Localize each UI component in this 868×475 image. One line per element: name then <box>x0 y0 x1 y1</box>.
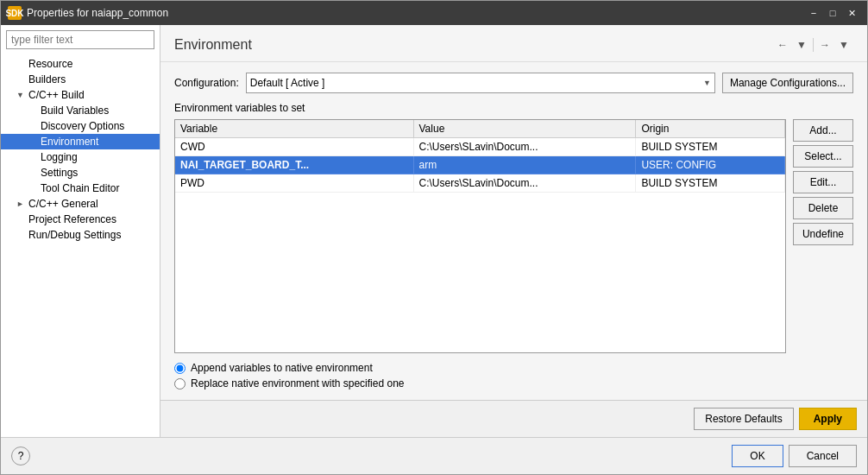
window-controls: − □ ✕ <box>805 5 860 21</box>
cell-variable: NAI_TARGET_BOARD_T... <box>175 156 413 174</box>
sidebar-item-label: Build Variables <box>41 104 109 117</box>
panel-nav: ← ▼ → ▼ <box>773 35 853 54</box>
sidebar-item-label: C/C++ Build <box>28 89 85 101</box>
panel-header: Environment ← ▼ → ▼ <box>160 25 867 62</box>
env-section-label: Environment variables to set <box>174 102 853 114</box>
cell-value: C:\Users\SLavin\Docum... <box>413 138 636 156</box>
nav-forward-dropdown[interactable]: ▼ <box>834 35 853 54</box>
sidebar-item-label: C/C++ General <box>28 198 98 210</box>
footer-right: Restore Defaults Apply <box>694 408 857 430</box>
table-row[interactable]: CWD C:\Users\SLavin\Docum... BUILD SYSTE… <box>175 138 784 156</box>
maximize-button[interactable]: □ <box>824 5 841 21</box>
panel-body: Configuration: Default [ Active ] ▼ Mana… <box>160 62 867 400</box>
main-content: Resource Builders ▼ C/C++ Build Build Va… <box>1 25 867 437</box>
env-table-container: Variable Value Origin CWD C:\Users\SLavi… <box>174 119 853 353</box>
edit-button[interactable]: Edit... <box>793 171 853 193</box>
right-panel: Environment ← ▼ → ▼ Configuration: Defau… <box>160 25 867 437</box>
cell-origin: BUILD SYSTEM <box>636 174 785 193</box>
sidebar-item-build-variables[interactable]: Build Variables <box>1 103 160 118</box>
nav-forward-button[interactable]: → <box>815 35 834 54</box>
sidebar-item-label: Discovery Options <box>41 120 124 132</box>
radio-replace-input[interactable] <box>174 378 186 390</box>
filter-input[interactable] <box>6 30 154 49</box>
env-table-body: CWD C:\Users\SLavin\Docum... BUILD SYSTE… <box>175 138 784 193</box>
expand-icon-cpp-general: ► <box>16 200 28 208</box>
col-value: Value <box>413 120 636 138</box>
sidebar-item-tool-chain-editor[interactable]: Tool Chain Editor <box>1 180 160 196</box>
panel-title: Environment <box>174 37 252 53</box>
sidebar-item-builders[interactable]: Builders <box>1 72 160 87</box>
undefine-button[interactable]: Undefine <box>793 223 853 245</box>
env-buttons: Add... Select... Edit... Delete Undefine <box>793 119 853 353</box>
sidebar-tree: Resource Builders ▼ C/C++ Build Build Va… <box>1 54 160 437</box>
radio-replace[interactable]: Replace native environment with specifie… <box>174 377 853 390</box>
title-bar: SDK Properties for naiapp_common − □ ✕ <box>1 1 867 25</box>
env-table-wrapper: Variable Value Origin CWD C:\Users\SLavi… <box>174 119 786 353</box>
env-section: Environment variables to set Variable Va… <box>174 102 853 390</box>
nav-back-dropdown[interactable]: ▼ <box>792 35 811 54</box>
delete-button[interactable]: Delete <box>793 197 853 219</box>
config-select-arrow-icon: ▼ <box>703 79 711 87</box>
table-row[interactable]: NAI_TARGET_BOARD_T... arm USER: CONFIG <box>175 156 784 174</box>
config-row: Configuration: Default [ Active ] ▼ Mana… <box>174 73 853 93</box>
sidebar-item-cpp-build[interactable]: ▼ C/C++ Build <box>1 87 160 103</box>
cell-origin: USER: CONFIG <box>636 156 785 174</box>
radio-replace-label: Replace native environment with specifie… <box>191 377 404 390</box>
cell-value: arm <box>413 156 636 174</box>
filter-container <box>6 30 154 49</box>
config-label: Configuration: <box>174 77 239 89</box>
env-table: Variable Value Origin CWD C:\Users\SLavi… <box>175 120 785 193</box>
ok-button[interactable]: OK <box>732 445 783 467</box>
main-window: SDK Properties for naiapp_common − □ ✕ R… <box>0 0 868 475</box>
sidebar-item-run-debug-settings[interactable]: Run/Debug Settings <box>1 227 160 243</box>
col-variable: Variable <box>175 120 413 138</box>
sidebar-item-cpp-general[interactable]: ► C/C++ General <box>1 196 160 212</box>
radio-append[interactable]: Append variables to native environment <box>174 362 853 374</box>
radio-append-input[interactable] <box>174 363 186 374</box>
close-button[interactable]: ✕ <box>843 5 860 21</box>
sidebar-item-label: Tool Chain Editor <box>41 182 119 194</box>
minimize-button[interactable]: − <box>805 5 822 21</box>
apply-button[interactable]: Apply <box>799 408 857 430</box>
expand-icon-cpp-build: ▼ <box>16 91 28 99</box>
sidebar-item-label: Logging <box>41 151 78 163</box>
window-title: Properties for naiapp_common <box>27 7 800 19</box>
select-button[interactable]: Select... <box>793 145 853 168</box>
dialog-footer-left: ? <box>11 446 30 466</box>
sidebar: Resource Builders ▼ C/C++ Build Build Va… <box>1 25 160 437</box>
table-row[interactable]: PWD C:\Users\SLavin\Docum... BUILD SYSTE… <box>175 174 784 193</box>
dialog-footer-right: OK Cancel <box>732 445 857 467</box>
help-button[interactable]: ? <box>11 446 30 466</box>
config-select-value: Default [ Active ] <box>250 77 703 89</box>
restore-defaults-button[interactable]: Restore Defaults <box>694 408 793 430</box>
sidebar-item-project-references[interactable]: Project References <box>1 212 160 227</box>
sidebar-item-label: Project References <box>28 213 116 225</box>
cell-variable: CWD <box>175 138 413 156</box>
col-origin: Origin <box>636 120 785 138</box>
nav-back-button[interactable]: ← <box>773 35 792 54</box>
radio-append-label: Append variables to native environment <box>191 362 373 374</box>
add-button[interactable]: Add... <box>793 119 853 142</box>
sidebar-item-label: Environment <box>41 136 98 148</box>
sidebar-item-label: Builders <box>28 73 66 86</box>
sidebar-item-settings[interactable]: Settings <box>1 165 160 180</box>
app-icon: SDK <box>8 6 22 20</box>
cell-origin: BUILD SYSTEM <box>636 138 785 156</box>
radio-group: Append variables to native environment R… <box>174 362 853 390</box>
sidebar-item-label: Settings <box>41 167 78 179</box>
sidebar-item-label: Run/Debug Settings <box>28 229 121 241</box>
manage-configurations-button[interactable]: Manage Configurations... <box>722 73 853 93</box>
panel-footer: Restore Defaults Apply <box>160 400 867 437</box>
cell-variable: PWD <box>175 174 413 193</box>
nav-separator <box>813 38 814 52</box>
sidebar-item-logging[interactable]: Logging <box>1 149 160 165</box>
cell-value: C:\Users\SLavin\Docum... <box>413 174 636 193</box>
header-row: Variable Value Origin <box>175 120 784 138</box>
sidebar-item-environment[interactable]: Environment <box>1 134 160 149</box>
sidebar-item-resource[interactable]: Resource <box>1 56 160 72</box>
sidebar-item-discovery-options[interactable]: Discovery Options <box>1 118 160 134</box>
config-select[interactable]: Default [ Active ] ▼ <box>246 73 715 93</box>
env-table-header: Variable Value Origin <box>175 120 784 138</box>
dialog-footer: ? OK Cancel <box>1 437 867 474</box>
cancel-button[interactable]: Cancel <box>789 445 857 467</box>
